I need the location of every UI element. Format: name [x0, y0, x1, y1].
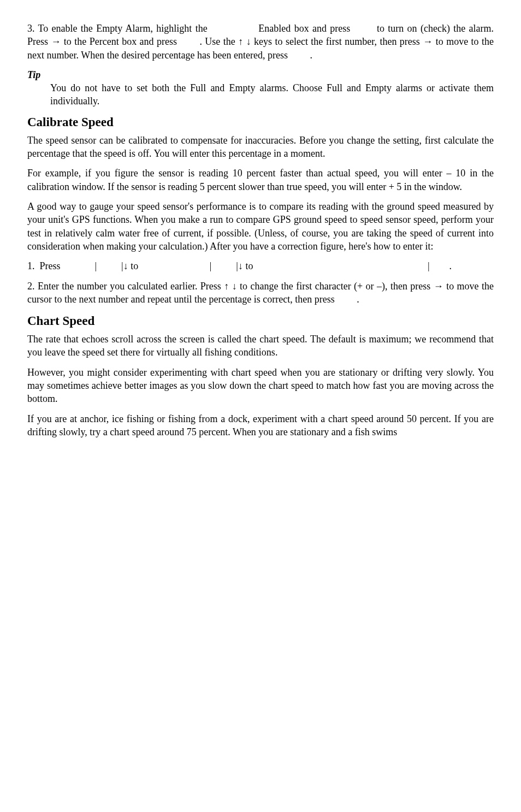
step-calibrate-2: 2. Enter the number you calculated earli…	[27, 280, 494, 306]
tip-body: You do not have to set both the Full and…	[50, 81, 494, 108]
step-calibrate-1: 1. Press | |↓ to | |↓ to | .	[27, 259, 494, 272]
paragraph-chart-3: If you are at anchor, ice fishing or fis…	[27, 412, 494, 439]
paragraph-calibrate-3: A good way to gauge your speed sensor's …	[27, 200, 494, 253]
paragraph-empty-alarm: 3. To enable the Empty Alarm, highlight …	[27, 22, 494, 62]
paragraph-chart-1: The rate that echoes scroll across the s…	[27, 333, 494, 359]
tip-heading: Tip	[27, 68, 494, 81]
paragraph-calibrate-2: For example, if you figure the sensor is…	[27, 167, 494, 193]
paragraph-calibrate-1: The speed sensor can be calibrated to co…	[27, 134, 494, 161]
heading-chart-speed: Chart Speed	[27, 312, 494, 329]
heading-calibrate-speed: Calibrate Speed	[27, 114, 494, 131]
paragraph-chart-2: However, you might consider experimentin…	[27, 366, 494, 406]
